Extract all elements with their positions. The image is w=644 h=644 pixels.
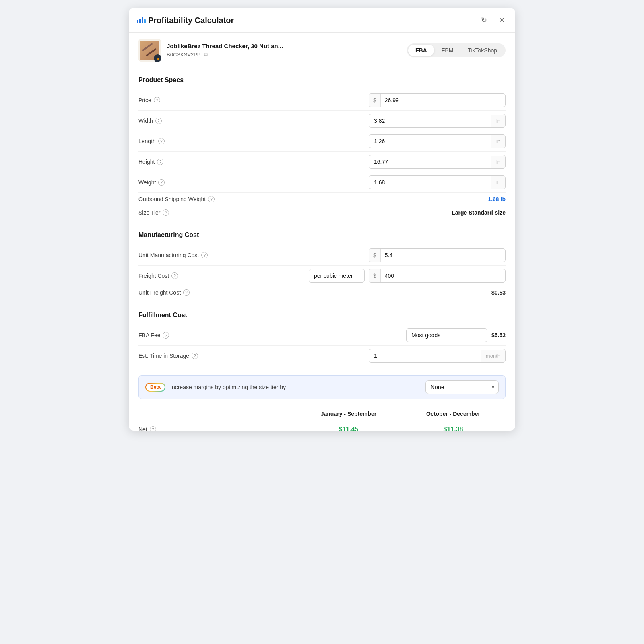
- optimize-dropdown-arrow: ▾: [492, 384, 494, 390]
- optimize-select[interactable]: None Small standard-size Large standard-…: [426, 381, 492, 394]
- manufacturing-cost-title: Manufacturing Cost: [138, 231, 506, 239]
- weight-field-row: Weight ? lb: [138, 172, 506, 193]
- tab-tiktokshop[interactable]: TikTokShop: [460, 45, 504, 56]
- price-help-icon[interactable]: ?: [154, 97, 160, 103]
- logo-icon: [137, 17, 146, 23]
- price-input[interactable]: [381, 94, 505, 107]
- channel-tabs: FBA FBM TikTokShop: [407, 43, 506, 57]
- weight-label: Weight ?: [138, 179, 165, 186]
- freight-dollar: $: [369, 269, 381, 282]
- freight-amount-input[interactable]: [381, 269, 505, 282]
- weight-input-wrap: lb: [369, 175, 506, 189]
- close-button[interactable]: ✕: [496, 14, 507, 26]
- col1-label: January - September: [296, 411, 401, 417]
- height-input-wrap: in: [369, 155, 506, 169]
- est-time-label: Est. Time in Storage ?: [138, 353, 198, 359]
- freight-type-select[interactable]: per cubic meter per kg flat rate: [309, 269, 364, 282]
- price-field-row: Price ? $: [138, 90, 506, 111]
- beta-badge: Beta: [145, 383, 165, 392]
- unit-manufacturing-cost-label: Unit Manufacturing Cost ?: [138, 252, 208, 258]
- weight-unit: lb: [491, 176, 505, 189]
- product-name: JoblikeBrez Thread Checker, 30 Nut an...: [167, 43, 283, 50]
- calculator-window: Profitability Calculator ↻ ✕ a Joblik: [129, 8, 515, 431]
- tab-fba[interactable]: FBA: [408, 45, 434, 56]
- net-help-icon[interactable]: ?: [150, 426, 156, 431]
- height-field-row: Height ? in: [138, 152, 506, 172]
- manufacturing-cost-section: Manufacturing Cost Unit Manufacturing Co…: [138, 223, 506, 303]
- storage-month-suffix: month: [481, 350, 505, 362]
- width-input-wrap: in: [369, 114, 506, 128]
- unit-manufacturing-cost-row: Unit Manufacturing Cost ? $: [138, 245, 506, 266]
- net-col2-value: $11.38: [401, 426, 506, 431]
- col2-label: October - December: [401, 411, 506, 417]
- unit-cost-input-wrap: $: [369, 248, 506, 262]
- length-input[interactable]: [369, 135, 491, 148]
- fba-fee-label: FBA Fee ?: [138, 332, 169, 339]
- product-specs-section: Product Specs Price ? $ Width ?: [138, 68, 506, 223]
- fulfillment-cost-title: Fulfillment Cost: [138, 312, 506, 319]
- height-help-icon[interactable]: ?: [157, 159, 163, 165]
- refresh-button[interactable]: ↻: [478, 14, 489, 26]
- product-info: a JoblikeBrez Thread Checker, 30 Nut an.…: [138, 39, 283, 62]
- price-input-wrap: $: [369, 93, 506, 107]
- price-label: Price ?: [138, 97, 160, 103]
- unit-freight-cost-row: Unit Freight Cost ? $0.53: [138, 286, 506, 299]
- weight-help-icon[interactable]: ?: [158, 179, 165, 186]
- est-time-help-icon[interactable]: ?: [192, 353, 198, 359]
- unit-cost-help-icon[interactable]: ?: [201, 252, 208, 258]
- product-thumbnail: a: [138, 39, 161, 62]
- product-details: JoblikeBrez Thread Checker, 30 Nut an...…: [167, 43, 283, 58]
- beta-text: Increase margins by optimizing the size …: [170, 384, 421, 390]
- freight-cost-row: Freight Cost ? per cubic meter per kg fl…: [138, 266, 506, 286]
- net-label: Net ?: [138, 426, 296, 431]
- storage-input-wrap: month: [369, 349, 506, 363]
- content-area: Product Specs Price ? $ Width ?: [129, 68, 515, 431]
- outbound-shipping-weight-value: 1.68 lb: [488, 196, 506, 202]
- outbound-help-icon[interactable]: ?: [208, 196, 215, 202]
- length-help-icon[interactable]: ?: [158, 138, 165, 144]
- width-input[interactable]: [369, 114, 491, 127]
- unit-freight-cost-label: Unit Freight Cost ?: [138, 289, 190, 296]
- tab-fbm[interactable]: FBM: [434, 45, 461, 56]
- size-tier-label: Size Tier ?: [138, 209, 169, 216]
- unit-freight-help-icon[interactable]: ?: [183, 289, 190, 296]
- product-asin-row: B0CSKSV2PP ⧉: [167, 51, 283, 58]
- size-tier-help-icon[interactable]: ?: [163, 209, 169, 216]
- results-header-row: January - September October - December: [138, 411, 506, 422]
- freight-amount-wrap: $: [369, 269, 506, 283]
- est-time-input[interactable]: [369, 349, 481, 362]
- copy-asin-button[interactable]: ⧉: [204, 51, 208, 58]
- svg-rect-0: [142, 43, 153, 51]
- unit-manufacturing-cost-input[interactable]: [381, 249, 505, 262]
- app-logo: Profitability Calculator: [137, 16, 234, 25]
- length-unit: in: [491, 135, 505, 148]
- unit-freight-cost-value: $0.53: [491, 289, 506, 296]
- fulfillment-cost-section: Fulfillment Cost FBA Fee ? Most goods Ap…: [138, 303, 506, 370]
- net-result-row: Net ? $11.45 $11.38: [138, 422, 506, 431]
- amazon-badge: a: [154, 54, 161, 62]
- net-col1-value: $11.45: [296, 426, 401, 431]
- length-field-row: Length ? in: [138, 131, 506, 152]
- est-time-storage-row: Est. Time in Storage ? month: [138, 346, 506, 366]
- fba-fee-help-icon[interactable]: ?: [163, 332, 169, 339]
- fba-fee-select[interactable]: Most goods Apparel Dangerous goods: [407, 329, 487, 342]
- width-help-icon[interactable]: ?: [155, 118, 162, 124]
- results-section: January - September October - December N…: [138, 404, 506, 431]
- app-title: Profitability Calculator: [148, 16, 234, 25]
- weight-input[interactable]: [369, 176, 491, 189]
- height-input[interactable]: [369, 155, 491, 168]
- freight-help-icon[interactable]: ?: [171, 272, 178, 279]
- size-tier-row: Size Tier ? Large Standard-size: [138, 206, 506, 219]
- height-unit: in: [491, 156, 505, 168]
- product-header: a JoblikeBrez Thread Checker, 30 Nut an.…: [129, 33, 515, 68]
- freight-select-wrap: per cubic meter per kg flat rate: [309, 269, 365, 283]
- title-bar: Profitability Calculator ↻ ✕: [129, 8, 515, 33]
- height-label: Height ?: [138, 159, 163, 165]
- size-tier-value: Large Standard-size: [452, 209, 506, 216]
- fba-select-wrap: Most goods Apparel Dangerous goods: [406, 328, 487, 342]
- outbound-shipping-weight-label: Outbound Shipping Weight ?: [138, 196, 215, 202]
- product-specs-title: Product Specs: [138, 76, 506, 84]
- width-unit: in: [491, 115, 505, 127]
- fba-fee-value: $5.52: [491, 332, 506, 339]
- optimize-select-wrap: None Small standard-size Large standard-…: [425, 380, 499, 394]
